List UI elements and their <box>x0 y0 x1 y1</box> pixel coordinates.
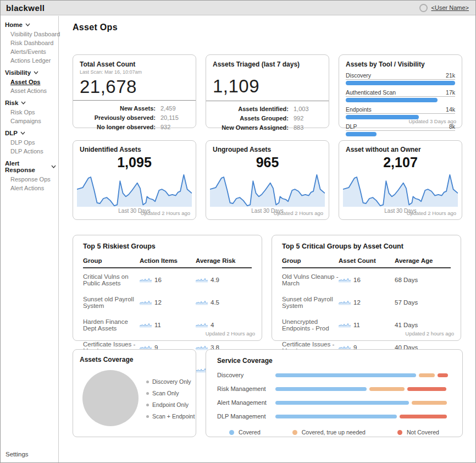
sidebar-item-visibility-dasboard[interactable]: Visibility Dasboard <box>1 30 58 38</box>
cell-value: 11 <box>353 322 360 328</box>
legend-dot-icon <box>146 404 149 406</box>
tool-value: 21k <box>446 72 455 79</box>
sidebar-item-settings[interactable]: Settings <box>5 451 29 458</box>
total-asset-count-card: Total Asset Count Last Scan: Mar 16, 10:… <box>73 54 196 128</box>
mini-sparkline-icon <box>196 345 208 350</box>
covered-segment <box>275 415 397 418</box>
sidebar-item-dlp-actions[interactable]: DLP Actions <box>1 147 58 156</box>
asset-without-owner-value: 2,107 <box>346 155 455 170</box>
asset-without-owner-card: Asset without an Owner 2,107 Last 30 Day… <box>339 140 462 220</box>
mini-sparkline-icon <box>339 322 351 328</box>
sidebar-item-actions-ledger[interactable]: Actions Ledger <box>1 56 58 65</box>
divider <box>206 101 329 101</box>
tool-bar <box>346 132 377 136</box>
table-row[interactable]: Critical Vulns on Public Assets 16 4.9 <box>83 268 252 291</box>
user-avatar-icon[interactable] <box>419 4 428 12</box>
legend-label: Scan Only <box>152 390 179 396</box>
sidebar-section-label: DLP <box>5 130 18 136</box>
ungrouped-assets-card: Ungrouped Assets 965 Last 30 Days Update… <box>206 140 329 220</box>
service-label: Discovery <box>217 372 275 378</box>
tool-name: DLP <box>346 123 357 130</box>
sidebar-item-risk-dashboard[interactable]: Risk Dashboard <box>1 38 58 47</box>
stat-row: Assets Identified: 1,003 <box>213 104 322 114</box>
covered-legend-dot-icon <box>229 430 234 435</box>
assets-coverage-card: Assets Coverage Discovery Only Scan Only… <box>73 349 196 437</box>
cell-value: 16 <box>353 277 361 283</box>
sidebar-section-visibility[interactable]: Visibility <box>1 68 58 78</box>
sidebar-item-dlp-ops[interactable]: DLP Ops <box>1 138 58 147</box>
unidentified-assets-card: Unidentified Assets 1,095 Last 30 Days U… <box>73 140 196 220</box>
trend-sparkline-chart <box>77 174 192 207</box>
trend-sparkline-chart <box>343 174 458 207</box>
column-header: Action Items <box>140 257 196 264</box>
notcovered-segment <box>438 373 448 377</box>
sidebar-item-campaigns[interactable]: Campaigns <box>1 117 58 125</box>
sidebar-item-response-ops[interactable]: Response Ops <box>1 175 58 184</box>
sidebar-item-alert-actions[interactable]: Alert Actions <box>1 184 58 192</box>
card-title: Total Asset Count <box>80 60 189 68</box>
stat-value: 932 <box>160 124 189 130</box>
updated-label: Updated 2 Hours ago <box>407 210 456 216</box>
card-title: Assets Coverage <box>80 356 189 363</box>
service-row: DLP Management <box>217 413 451 420</box>
stat-row: New Assets: 2,459 <box>80 104 189 113</box>
cell-value: 4 <box>211 322 214 328</box>
sidebar-section-label: Visibility <box>5 69 31 76</box>
mini-sparkline-icon <box>196 277 208 283</box>
card-title: Ungrouped Assets <box>213 146 322 153</box>
stat-label: New Owners Assigned: <box>213 124 289 131</box>
cell-value: 68 Days <box>395 277 418 283</box>
table-row[interactable]: Sunset old Payroll System 12 4.5 <box>83 291 252 313</box>
chevron-down-icon <box>21 101 26 104</box>
app-logo: blackwell <box>6 3 45 13</box>
cell-value: 4.9 <box>211 277 219 283</box>
divider <box>73 100 196 101</box>
tool-bar-row: Authenticated Scan 17k <box>346 89 455 102</box>
table-row[interactable]: Old Vulns Cleanup - March 16 68 Days <box>282 268 451 291</box>
mini-sparkline-icon <box>339 300 351 305</box>
main-content: Asset Ops Total Asset Count Last Scan: M… <box>59 16 475 462</box>
tool-name: Endpoints <box>346 106 372 113</box>
chevron-down-icon <box>51 165 56 168</box>
sidebar-section-alert-response[interactable]: Alert Response <box>1 158 58 175</box>
stat-label: No longer observed: <box>80 124 156 130</box>
sidebar-item-risk-ops[interactable]: Risk Ops <box>1 108 58 117</box>
service-label: Alert Management <box>217 399 275 406</box>
column-header: Asset Count <box>339 257 395 264</box>
updated-label: Updated 2 Hours ago <box>141 210 190 216</box>
cell-value: 12 <box>353 299 361 306</box>
tool-value: 14k <box>446 106 455 113</box>
updated-label: Updated 3 Days ago <box>408 118 456 124</box>
sidebar-item-asset-actions[interactable]: Asset Actions <box>1 86 58 95</box>
sidebar-item-alerts-events[interactable]: Alerts/Events <box>1 47 58 56</box>
service-label: DLP Management <box>217 413 275 420</box>
group-name: Harden Finance Dept Assets <box>83 318 140 332</box>
stat-value: 1,003 <box>294 106 322 112</box>
table-row[interactable]: Sunset old Payroll System 12 57 Days <box>282 291 451 313</box>
tool-name: Discovery <box>346 72 371 79</box>
updated-label: Updated 2 hours ago <box>405 330 454 337</box>
notcovered-legend-dot-icon <box>397 430 402 435</box>
stat-value: 20,115 <box>160 114 189 121</box>
trueup-segment <box>369 387 405 391</box>
legend-dot-icon <box>146 381 149 383</box>
sidebar-section-dlp[interactable]: DLP <box>1 128 58 138</box>
table-title: Top 5 Riskiest Groups <box>83 242 252 250</box>
column-header: Average Age <box>395 257 451 264</box>
stat-row: No longer observed: 932 <box>80 123 189 132</box>
mini-sparkline-icon <box>140 300 152 305</box>
tool-bar <box>346 115 419 119</box>
sidebar-section-risk[interactable]: Risk <box>1 98 58 108</box>
last-scan-label: Last Scan: Mar 16, 10:07am <box>80 69 189 75</box>
user-name-link[interactable]: <User Name> <box>431 4 469 11</box>
sidebar-item-asset-ops[interactable]: Asset Ops <box>1 78 58 86</box>
group-name: Sunset old Payroll System <box>282 296 339 309</box>
top-bar: blackwell <User Name> <box>1 1 475 15</box>
top5-riskiest-groups-table: Top 5 Riskiest Groups Group Action Items… <box>73 235 262 341</box>
covered-segment <box>275 387 367 391</box>
assets-triaged-card: Assets Triaged (last 7 days) 1,109 Asset… <box>206 54 329 128</box>
sidebar-section-label: Home <box>5 21 23 28</box>
notcovered-segment <box>407 387 446 391</box>
assets-by-tool-card: Assets by Tool / Visibility Discovery 21… <box>339 54 462 128</box>
sidebar-section-home[interactable]: Home <box>1 20 58 30</box>
